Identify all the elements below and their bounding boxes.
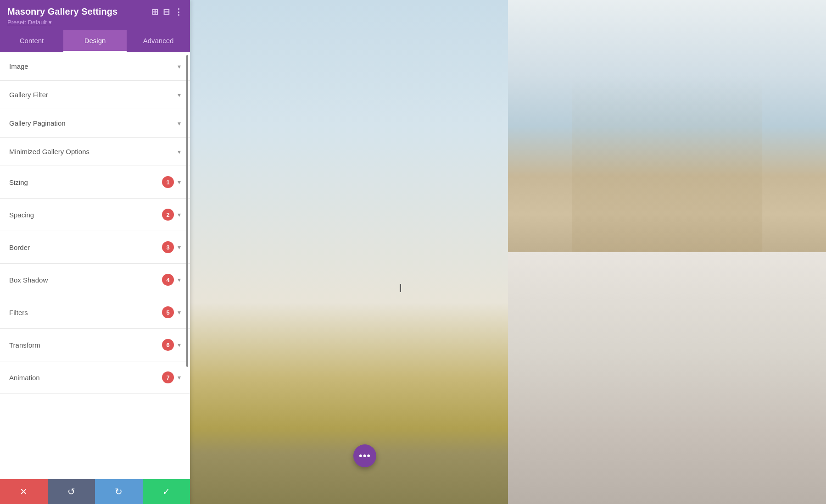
section-image-title: Image [9, 62, 28, 70]
section-transform-header[interactable]: Transform 6 ▾ [9, 329, 181, 361]
section-animation-right: 7 ▾ [162, 371, 181, 383]
section-gallery-pagination: Gallery Pagination ▾ [0, 109, 190, 138]
section-border-header[interactable]: Border 3 ▾ [9, 231, 181, 263]
chevron-icon: ▾ [178, 211, 181, 218]
chevron-icon: ▾ [178, 374, 181, 381]
redo-icon: ↻ [115, 486, 123, 497]
canvas-area [190, 0, 826, 504]
gallery-image-pier [508, 0, 826, 252]
preset-arrow[interactable]: ▾ [49, 19, 52, 26]
chevron-icon: ▾ [178, 120, 181, 127]
section-filters-title: Filters [9, 309, 28, 316]
section-box-shadow-header[interactable]: Box Shadow 4 ▾ [9, 264, 181, 296]
section-spacing-right: 2 ▾ [162, 209, 181, 221]
section-gallery-pagination-right: ▾ [178, 120, 181, 127]
chevron-icon: ▾ [178, 244, 181, 251]
section-transform: Transform 6 ▾ [0, 329, 190, 361]
section-gallery-pagination-header[interactable]: Gallery Pagination ▾ [9, 109, 181, 137]
save-button[interactable]: ✓ [143, 479, 190, 504]
tab-content[interactable]: Content [0, 30, 63, 52]
panel-header: Masonry Gallery Settings ⊞ ⊟ ⋮ Preset: D… [0, 0, 190, 30]
section-minimized-gallery-options-title: Minimized Gallery Options [9, 148, 89, 155]
section-gallery-filter-right: ▾ [178, 91, 181, 99]
tab-design[interactable]: Design [63, 30, 127, 52]
panel-title-text: Masonry Gallery Settings [7, 6, 117, 17]
expand-icon[interactable]: ⊞ [151, 7, 158, 17]
chevron-icon: ▾ [178, 341, 181, 349]
border-badge: 3 [162, 241, 174, 253]
section-image-header[interactable]: Image ▾ [9, 52, 181, 80]
section-box-shadow-title: Box Shadow [9, 276, 48, 284]
section-box-shadow: Box Shadow 4 ▾ [0, 264, 190, 296]
scroll-indicator [186, 55, 188, 367]
cancel-icon: ✕ [20, 486, 28, 497]
filters-badge: 5 [162, 306, 174, 318]
section-filters-header[interactable]: Filters 5 ▾ [9, 296, 181, 328]
section-sizing-title: Sizing [9, 178, 28, 186]
cancel-button[interactable]: ✕ [0, 479, 48, 504]
section-border-title: Border [9, 244, 30, 251]
section-minimized-gallery-options-right: ▾ [178, 148, 181, 155]
animation-badge: 7 [162, 371, 174, 383]
transform-badge: 6 [162, 339, 174, 351]
chevron-icon: ▾ [178, 148, 181, 155]
section-gallery-filter: Gallery Filter ▾ [0, 81, 190, 109]
box-shadow-badge: 4 [162, 274, 174, 286]
section-sizing: Sizing 1 ▾ [0, 166, 190, 199]
undo-icon: ↺ [67, 486, 75, 497]
chevron-icon: ▾ [178, 276, 181, 283]
fab-button[interactable]: ••• [353, 444, 376, 467]
section-transform-right: 6 ▾ [162, 339, 181, 351]
spacing-badge: 2 [162, 209, 174, 221]
section-minimized-gallery-options: Minimized Gallery Options ▾ [0, 138, 190, 166]
section-spacing-header[interactable]: Spacing 2 ▾ [9, 199, 181, 231]
panel-scroll-area[interactable]: Image ▾ Gallery Filter ▾ Gallery Paginat… [0, 52, 190, 479]
section-image-right: ▾ [178, 63, 181, 70]
section-sizing-header[interactable]: Sizing 1 ▾ [9, 166, 181, 198]
chevron-icon: ▾ [178, 309, 181, 316]
section-gallery-filter-header[interactable]: Gallery Filter ▾ [9, 81, 181, 109]
tab-advanced[interactable]: Advanced [127, 30, 190, 52]
section-gallery-pagination-title: Gallery Pagination [9, 119, 66, 127]
settings-panel: Masonry Gallery Settings ⊞ ⊟ ⋮ Preset: D… [0, 0, 190, 504]
undo-button[interactable]: ↺ [48, 479, 95, 504]
section-transform-title: Transform [9, 341, 40, 349]
section-filters: Filters 5 ▾ [0, 296, 190, 329]
chevron-icon: ▾ [178, 91, 181, 99]
chevron-icon: ▾ [178, 63, 181, 70]
section-animation: Animation 7 ▾ [0, 361, 190, 394]
section-spacing: Spacing 2 ▾ [0, 199, 190, 231]
section-gallery-filter-title: Gallery Filter [9, 91, 48, 99]
sizing-badge: 1 [162, 176, 174, 188]
section-filters-right: 5 ▾ [162, 306, 181, 318]
section-animation-header[interactable]: Animation 7 ▾ [9, 361, 181, 393]
bottom-toolbar: ✕ ↺ ↻ ✓ [0, 479, 190, 504]
section-border: Border 3 ▾ [0, 231, 190, 264]
section-image: Image ▾ [0, 52, 190, 81]
split-icon[interactable]: ⊟ [163, 7, 170, 17]
section-animation-title: Animation [9, 374, 40, 382]
section-border-right: 3 ▾ [162, 241, 181, 253]
section-minimized-gallery-options-header[interactable]: Minimized Gallery Options ▾ [9, 138, 181, 166]
panel-title-label: Masonry Gallery Settings [7, 6, 117, 17]
redo-button[interactable]: ↻ [95, 479, 143, 504]
panel-preset: Preset: Default ▾ [7, 19, 183, 26]
gallery-image-sand [190, 0, 508, 504]
gallery-image-room [508, 252, 826, 504]
section-sizing-right: 1 ▾ [162, 176, 181, 188]
save-icon: ✓ [162, 486, 170, 497]
section-box-shadow-right: 4 ▾ [162, 274, 181, 286]
tab-bar: Content Design Advanced [0, 30, 190, 52]
chevron-icon: ▾ [178, 178, 181, 186]
section-spacing-title: Spacing [9, 211, 34, 219]
panel-title-icons: ⊞ ⊟ ⋮ [151, 7, 183, 17]
panel-title-row: Masonry Gallery Settings ⊞ ⊟ ⋮ [7, 6, 183, 17]
more-icon[interactable]: ⋮ [174, 7, 183, 17]
fab-dots-icon: ••• [359, 450, 371, 462]
